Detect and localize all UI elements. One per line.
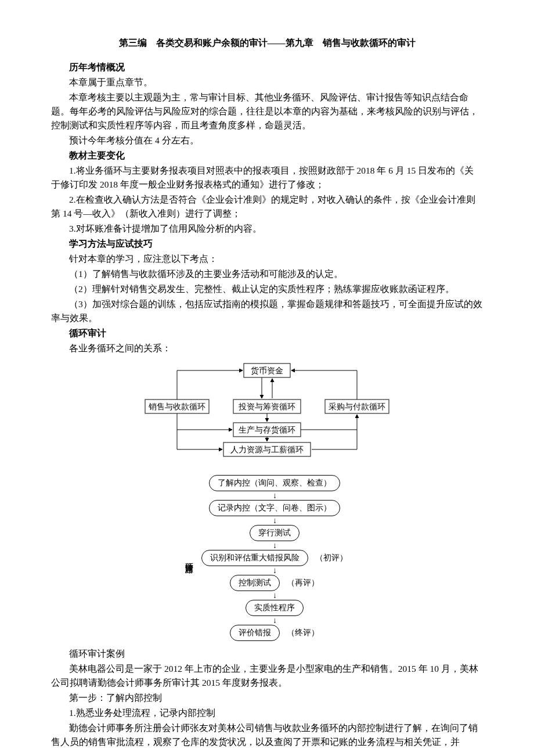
- down-arrow-icon: ↓: [273, 567, 277, 575]
- paragraph: 本章考核主要以主观题为主，常与审计目标、其他业务循环、风险评估、审计报告等知识点…: [51, 91, 483, 132]
- paragraph: 循环审计案例: [51, 647, 483, 661]
- flow-step: 记录内控（文字、问卷、图示）: [199, 500, 350, 516]
- box-money: 货币资金: [251, 366, 283, 375]
- paragraph: 2.在检查收入确认方法是否符合《企业会计准则》的规定时，对收入确认的条件，按《企…: [51, 193, 483, 221]
- flow-step-box: 实质性程序: [246, 600, 304, 616]
- paragraph: 美林电器公司是一家于 2012 年上市的企业，主要业务是小型家电的生产和销售。2…: [51, 662, 483, 690]
- box-purchase-cycle: 采购与付款循环: [329, 402, 385, 411]
- paragraph: （2）理解针对销售交易发生、完整性、截止认定的实质性程序；熟练掌握应收账款函证程…: [51, 282, 483, 296]
- down-arrow-icon: ↓: [273, 542, 277, 550]
- flow-steps-container: 了解内控（询问、观察、检查）↓记录内控（文字、问卷、图示）↓穿行测试↓识别和评估…: [199, 475, 350, 641]
- paragraph: 3.对坏账准备计提增加了信用风险分析的内容。: [51, 222, 483, 236]
- audit-cycle-flow: 循环审计思路 了解内控（询问、观察、检查）↓记录内控（文字、问卷、图示）↓穿行测…: [51, 475, 483, 641]
- flow-step-box: 穿行测试: [250, 525, 300, 541]
- section-heading-cycle: 循环审计: [51, 326, 483, 340]
- down-arrow-icon: ↓: [273, 492, 277, 500]
- flow-step-note: （再评）: [287, 577, 319, 589]
- box-invest-cycle: 投资与筹资循环: [238, 402, 295, 411]
- paragraph: 各业务循环之间的关系：: [51, 341, 483, 355]
- flow-step-box: 记录内控（文字、问卷、图示）: [209, 500, 340, 516]
- down-arrow-icon: ↓: [273, 517, 277, 525]
- flow-step: 实质性程序: [199, 600, 350, 616]
- section-heading-exam: 历年考情概况: [51, 60, 483, 74]
- document-page: 第三编 各类交易和账户余额的审计——第九章 销售与收款循环的审计 历年考情概况 …: [0, 0, 534, 756]
- flow-step-note: （终评）: [287, 627, 319, 639]
- paragraph: 勤德会计师事务所注册会计师张友对美林公司销售与收款业务循环的内部控制进行了解，在…: [51, 721, 483, 749]
- page-title: 第三编 各类交易和账户余额的审计——第九章 销售与收款循环的审计: [51, 36, 483, 50]
- paragraph: （3）加强对综合题的训练，包括应试指南的模拟题，掌握命题规律和答题技巧，可全面提…: [51, 297, 483, 325]
- flow-step-note: （初评）: [315, 552, 348, 564]
- paragraph: 本章属于重点章节。: [51, 75, 483, 89]
- paragraph: 第一步：了解内部控制: [51, 691, 483, 705]
- paragraph: 1.熟悉业务处理流程，记录内部控制: [51, 706, 483, 720]
- flow-step: 控制测试（再评）: [199, 575, 350, 591]
- cycle-relationship-diagram: 货币资金 销售与收款循环 投资与筹资循环 采购与付款循环 生产与存货循环 人力资…: [51, 359, 483, 469]
- down-arrow-icon: ↓: [273, 617, 277, 625]
- down-arrow-icon: ↓: [273, 592, 277, 600]
- box-sales-cycle: 销售与收款循环: [148, 402, 205, 411]
- paragraph: 预计今年考核分值在 4 分左右。: [51, 134, 483, 147]
- paragraph: 1.将业务循环与主要财务报表项目对照表中的报表项目，按照财政部于 2018 年 …: [51, 164, 483, 192]
- flow-step-box: 了解内控（询问、观察、检查）: [209, 475, 340, 491]
- paragraph: （1）了解销售与收款循环涉及的主要业务活动和可能涉及的认定。: [51, 267, 483, 281]
- box-production-cycle: 生产与存货循环: [239, 426, 295, 434]
- cycle-diagram-svg: 货币资金 销售与收款循环 投资与筹资循环 采购与付款循环 生产与存货循环 人力资…: [134, 359, 400, 469]
- flow-side-label: 循环审计思路: [184, 556, 194, 560]
- flow-step: 穿行测试: [199, 525, 350, 541]
- flow-step-box: 控制测试: [230, 575, 280, 591]
- flow-step: 了解内控（询问、观察、检查）: [199, 475, 350, 491]
- flow-step-box: 评价错报: [230, 625, 280, 641]
- flow-step: 识别和评估重大错报风险（初评）: [199, 550, 350, 566]
- paragraph: 针对本章的学习，应注意以下考点：: [51, 252, 483, 266]
- flow-step-box: 识别和评估重大错报风险: [201, 550, 308, 566]
- section-heading-method: 学习方法与应试技巧: [51, 237, 483, 251]
- flow-step: 评价错报（终评）: [199, 625, 350, 641]
- section-heading-changes: 教材主要变化: [51, 149, 483, 163]
- box-hr-cycle: 人力资源与工薪循环: [230, 445, 304, 454]
